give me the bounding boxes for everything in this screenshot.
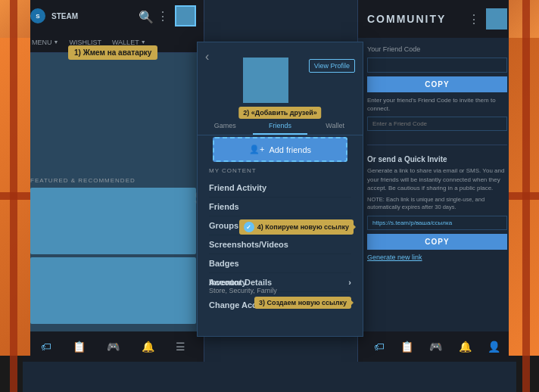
steam-logo-icon: S	[30, 8, 45, 23]
nav-controller-icon-right[interactable]: 🎮	[429, 341, 442, 353]
gift-decoration-right	[509, 0, 539, 392]
community-header: COMMUNITY ⋮	[358, 0, 516, 38]
bottom-nav-left: 🏷 📋 🎮 🔔 ☰	[23, 331, 204, 362]
nav-library-icon[interactable]: 📋	[73, 341, 86, 353]
nav-menu-icon[interactable]: ☰	[176, 341, 185, 353]
tab-wallet[interactable]: Wallet	[307, 118, 363, 135]
steam-client-panel: S STEAM 🔍 ⋮ MENU ▼ WISHLIST WALLET ▼ 1) …	[23, 0, 204, 362]
profile-tabs: Games Friends Wallet	[198, 118, 363, 135]
community-title: COMMUNITY	[367, 13, 462, 25]
tooltip-copy-link: ✓ 4) Копируем новую ссылку	[239, 219, 354, 235]
nav-bell-icon[interactable]: 🔔	[142, 341, 154, 353]
enter-friend-code-input[interactable]	[367, 117, 507, 131]
profile-popup: ‹ View Profile 2) «Добавить друзей» Game…	[197, 42, 363, 337]
nav-store-icon[interactable]: 🏷	[41, 341, 51, 353]
invite-link-input[interactable]	[367, 216, 507, 230]
friend-code-input[interactable]	[367, 58, 507, 73]
nav-controller-icon[interactable]: 🎮	[107, 341, 120, 353]
quick-invite-description: Generate a link to share via email or SM…	[367, 166, 507, 192]
nav-store-icon-right[interactable]: 🏷	[374, 341, 385, 353]
tooltip-create-link: 3) Создаем новую ссылку	[254, 297, 351, 309]
tooltip-add-friends: 2) «Добавить друзей»	[238, 107, 321, 119]
left-panel-content: FEATURED & RECOMMENDED	[23, 53, 204, 331]
chevron-down-icon: ▼	[141, 39, 146, 45]
copy-friend-code-button[interactable]: COPY	[367, 76, 507, 92]
list-item-screenshots[interactable]: Screenshots/Videos	[209, 235, 351, 254]
community-avatar	[486, 8, 507, 30]
tab-menu[interactable]: MENU ▼	[27, 37, 63, 48]
chevron-right-icon: ›	[348, 278, 351, 287]
profile-avatar	[243, 58, 288, 103]
list-item-friend-activity[interactable]: Friend Activity	[209, 179, 351, 198]
steam-logo-text: STEAM	[51, 12, 78, 20]
account-sub-label: Store, Security, Family	[209, 287, 351, 294]
quick-invite-title: Or send a Quick Invite	[367, 155, 507, 163]
main-container: steamgifts S STEAM 🔍 ⋮ MENU ▼ WISHLIST W…	[23, 0, 516, 392]
check-icon: ✓	[244, 222, 254, 232]
friend-code-section: Your Friend Code COPY Enter your friend'…	[358, 38, 516, 138]
tab-friends[interactable]: Friends	[253, 118, 308, 135]
content-list: Friend Activity Friends Groups Screensho…	[209, 179, 351, 292]
back-icon[interactable]: ‹	[205, 50, 209, 64]
view-profile-button[interactable]: View Profile	[309, 59, 355, 73]
generate-new-link[interactable]: Generate new link	[367, 254, 507, 261]
gift-decoration-left	[0, 0, 30, 392]
my-content-label: MY CONTENT	[209, 167, 257, 174]
nav-user-icon-right[interactable]: 👤	[488, 341, 500, 353]
list-item-badges[interactable]: Badges	[209, 254, 351, 273]
featured-image-2	[30, 257, 196, 324]
featured-label: FEATURED & RECOMMENDED	[30, 177, 136, 184]
friend-code-description: Enter your friend's Friend Code to invit…	[367, 96, 507, 113]
quick-invite-section: Or send a Quick Invite Generate a link t…	[358, 151, 516, 265]
account-details-item[interactable]: Account Details ›	[209, 278, 351, 287]
featured-image-1	[30, 188, 196, 254]
friend-code-label: Your Friend Code	[367, 45, 507, 53]
more-options-icon[interactable]: ⋮	[157, 9, 169, 23]
copy-invite-link-button[interactable]: COPY	[367, 234, 507, 250]
invite-note: NOTE: Each link is unique and single-use…	[367, 196, 507, 212]
community-panel: COMMUNITY ⋮ Your Friend Code COPY Enter …	[357, 0, 516, 362]
tab-games[interactable]: Games	[198, 118, 253, 135]
avatar[interactable]	[175, 5, 196, 26]
account-details: Account Details › Store, Security, Famil…	[209, 278, 351, 294]
chevron-down-icon: ▼	[54, 39, 59, 45]
bottom-nav-right: 🏷 📋 🎮 🔔 👤	[358, 331, 516, 362]
divider	[367, 145, 507, 145]
add-friends-icon: 👤+	[249, 145, 264, 154]
tooltip-click-avatar: 1) Жмем на аватарку	[68, 45, 157, 60]
list-item-friends[interactable]: Friends	[209, 198, 351, 216]
add-friends-button[interactable]: 👤+ Add friends	[213, 137, 347, 162]
featured-images	[30, 188, 196, 324]
search-icon[interactable]: 🔍	[139, 10, 151, 22]
nav-library-icon-right[interactable]: 📋	[400, 341, 413, 353]
nav-bell-icon-right[interactable]: 🔔	[459, 341, 472, 353]
steam-header: S STEAM 🔍 ⋮	[23, 0, 204, 32]
community-more-icon[interactable]: ⋮	[468, 12, 480, 26]
